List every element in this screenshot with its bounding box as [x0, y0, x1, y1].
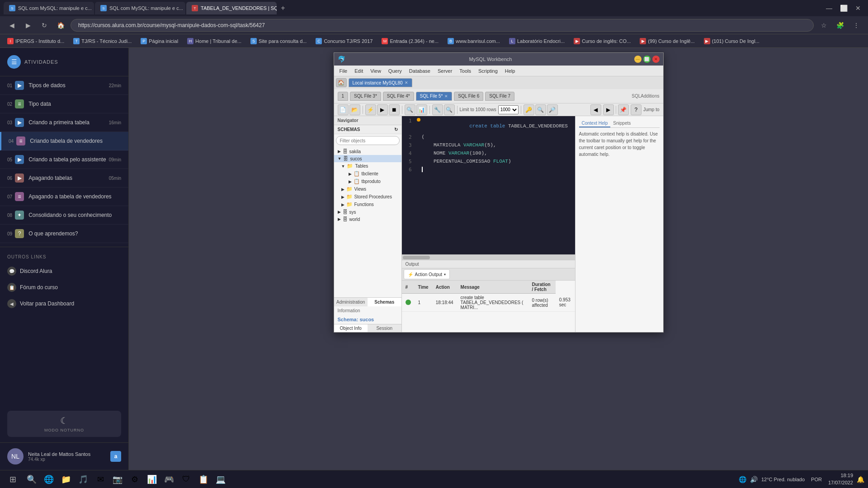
wb-menu-edit[interactable]: Edit	[351, 67, 367, 75]
dark-mode-button[interactable]: ☾ MODO NOTURNO	[7, 411, 121, 437]
bookmark-banrisul[interactable]: B www.banrisul.com...	[444, 37, 504, 45]
sidebar-item-consolidando[interactable]: 08 ✦ Consolidando o seu conhecimento	[0, 206, 128, 225]
sidebar-item-apagando-tabelas[interactable]: 06 ▶ Apagando tabelas 05min	[0, 169, 128, 188]
bookmark-ingles2[interactable]: ▶ (99) Curso de Inglê...	[636, 37, 698, 45]
wb-menu-server[interactable]: Server	[434, 67, 456, 75]
maximize-browser-btn[interactable]: ⬜	[837, 2, 850, 14]
wb-close-button[interactable]: ✕	[652, 56, 660, 63]
toolbar-btn-a[interactable]: 🔑	[524, 104, 534, 115]
sidebar-link-discord[interactable]: 💬 Discord Alura	[0, 263, 128, 279]
forward-button[interactable]: ▶	[22, 19, 34, 32]
wb-sqltab-1[interactable]: 1	[338, 92, 349, 101]
taskbar-dev[interactable]: 💻	[212, 472, 229, 487]
functions-folder[interactable]: ▶ 📁 Functions	[334, 201, 401, 208]
sidebar-item-tipos-dados[interactable]: 01 ▶ Tipos de dados 22min	[0, 76, 128, 95]
sidebar-link-dashboard[interactable]: ◀ Voltar para Dashboard	[0, 296, 128, 312]
schema-filter-input[interactable]	[336, 136, 400, 145]
table-tbcliente[interactable]: ▶ 📋 tbcliente	[334, 170, 401, 178]
bookmark-site[interactable]: S Site para consulta d...	[247, 37, 310, 45]
bookmark-home[interactable]: H Home | Tribunal de...	[184, 37, 245, 45]
wb-scroll-thumb[interactable]	[403, 256, 430, 259]
visual-explain-button[interactable]: 📊	[416, 104, 427, 115]
bookmark-tjrs[interactable]: T TJ/RS - Técnico Judi...	[70, 37, 135, 45]
execute-button[interactable]: ⚡	[365, 104, 376, 115]
close-browser-btn[interactable]: ✕	[852, 2, 864, 14]
wb-sqltab-6[interactable]: SQL File 7	[485, 92, 514, 101]
nav-prev-button[interactable]: ◀	[590, 104, 601, 115]
snippets-tab[interactable]: Snippets	[610, 120, 633, 127]
action-output-tab[interactable]: ⚡ Action Output ▾	[404, 269, 450, 279]
refresh-button[interactable]: ↻	[38, 19, 51, 32]
taskbar-camera[interactable]: 📷	[109, 472, 126, 487]
wb-session-tab[interactable]: Session	[368, 324, 401, 332]
bookmark-laboratorio[interactable]: L Laboratório Endocri...	[505, 37, 568, 45]
browser-tab-3[interactable]: T TABELA_DE_VENDEDORES | SQ... ✕	[186, 2, 277, 14]
limit-select[interactable]: 1000	[498, 105, 519, 114]
schema-sucos[interactable]: ▼ 🗄 sucos	[334, 155, 401, 162]
browser-tab-2[interactable]: S SQL com MySQL: manipule e c... ✕	[95, 2, 185, 14]
schema-sys[interactable]: ▶ 🗄 sys	[334, 208, 401, 216]
bookmark-entrada[interactable]: M Entrada (2.364) - ne...	[378, 37, 442, 45]
toolbar-btn-c[interactable]: 🔎	[547, 104, 558, 115]
wb-sqltab-close-4[interactable]: ✕	[444, 94, 448, 99]
format-button[interactable]: 🔧	[432, 104, 443, 115]
bookmark-pagina[interactable]: P Página inicial	[137, 37, 182, 45]
sidebar-link-forum[interactable]: 📋 Fórum do curso	[0, 279, 128, 296]
tables-folder[interactable]: ▼ 📁 Tables	[334, 162, 401, 170]
stop-button[interactable]: ⏹	[389, 104, 400, 115]
wb-instance-tab[interactable]: Local instance MySQL80 ✕	[349, 78, 412, 87]
views-folder[interactable]: ▶ 📁 Views	[334, 185, 401, 193]
wb-menu-view[interactable]: View	[367, 67, 385, 75]
taskbar-media[interactable]: 🎵	[75, 472, 91, 487]
schema-world[interactable]: ▶ 🗄 world	[334, 216, 401, 223]
wb-sql-textarea[interactable]: 1 create table TABELA_DE_VENDEDORES 2	[402, 116, 575, 254]
explain-button[interactable]: 🔍	[405, 104, 415, 115]
wb-sqltab-3[interactable]: SQL File 4*	[383, 92, 414, 101]
wb-minimize-button[interactable]: —	[634, 56, 642, 63]
find-button[interactable]: 🔍	[444, 104, 455, 115]
taskbar-settings[interactable]: ⚙	[127, 472, 143, 487]
execute-current-button[interactable]: ▶	[377, 104, 388, 115]
sidebar-item-tipo-data[interactable]: 02 ≡ Tipo data	[0, 95, 128, 113]
wb-menu-database[interactable]: Database	[406, 67, 434, 75]
sidebar-item-apagando-vendedores[interactable]: 07 ≡ Apagando a tabela de vendedores	[0, 188, 128, 206]
start-button[interactable]: ⊞	[4, 472, 22, 487]
wb-sqltab-4[interactable]: SQL File 5* ✕	[416, 92, 453, 101]
wb-sqltab-5[interactable]: SQL File 6	[454, 92, 483, 101]
help-toolbar-btn[interactable]: ?	[631, 104, 642, 115]
taskbar-explorer[interactable]: 📁	[58, 472, 74, 487]
wb-menu-file[interactable]: File	[336, 67, 351, 75]
new-sql-button[interactable]: 📄	[338, 104, 349, 115]
bookmark-ipergs[interactable]: I IPERGS - Instituto d...	[4, 37, 68, 45]
bookmark-star-button[interactable]: ☆	[817, 19, 830, 32]
schema-sakila[interactable]: ▶ 🗄 sakila	[334, 148, 401, 155]
notification-icon[interactable]: 🔔	[857, 476, 864, 483]
wb-menu-help[interactable]: Help	[501, 67, 519, 75]
home-button[interactable]: 🏠	[54, 19, 67, 32]
taskbar-security[interactable]: 🛡	[178, 472, 194, 487]
language-indicator[interactable]: POR	[808, 477, 825, 482]
wb-maximize-button[interactable]: ⬜	[643, 56, 651, 63]
wb-schemas-tab[interactable]: Schemas	[368, 298, 401, 306]
extensions-button[interactable]: 🧩	[834, 19, 846, 32]
wb-instance-tab-close[interactable]: ✕	[405, 80, 408, 85]
wb-object-info-tab[interactable]: Object Info	[334, 324, 368, 332]
wb-sqltab-2[interactable]: SQL File 3*	[350, 92, 381, 101]
bookmark-concurso[interactable]: C Concurso TJ/RS 2017	[312, 37, 376, 45]
taskbar-excel[interactable]: 📊	[144, 472, 160, 487]
new-tab-button[interactable]: +	[278, 3, 288, 14]
bookmark-curso-ingles[interactable]: ▶ Curso de inglês: CO...	[570, 37, 634, 45]
open-sql-button[interactable]: 📂	[349, 104, 360, 115]
sidebar-item-aprendemos[interactable]: 09 ? O que aprendemos?	[0, 225, 128, 243]
sidebar-item-criando-vendedores[interactable]: 04 ≡ Criando tabela de vendedores	[0, 132, 128, 150]
browser-tab-1[interactable]: S SQL com MySQL: manipule e c... ✕	[4, 2, 94, 14]
taskbar-game[interactable]: 🎮	[161, 472, 177, 487]
address-bar[interactable]	[71, 19, 814, 32]
nav-next-button[interactable]: ▶	[603, 104, 614, 115]
wb-home-tab[interactable]: 🏠	[336, 78, 347, 87]
bookmark-ingles3[interactable]: ▶ (101) Curso De Ingl...	[700, 37, 763, 45]
back-button[interactable]: ◀	[5, 19, 18, 32]
wb-menu-scripting[interactable]: Scripting	[475, 67, 501, 75]
taskbar-search[interactable]: 🔍	[24, 472, 40, 487]
tab-dropdown-icon[interactable]: ▾	[444, 272, 446, 277]
